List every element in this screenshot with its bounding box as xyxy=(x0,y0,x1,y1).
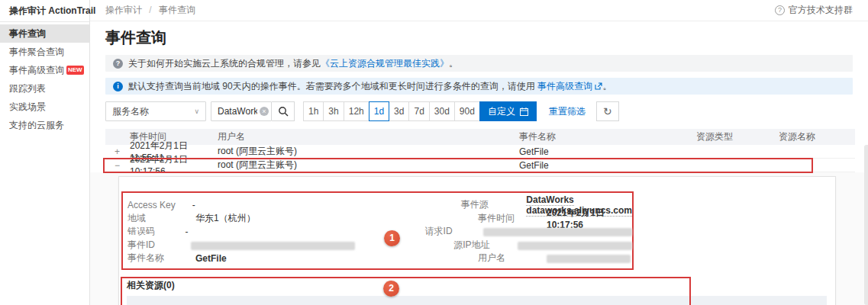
annotation-box-related xyxy=(121,277,691,305)
time-range-group: 1h 3h 12h 1d 3d 7d 30d 90d 自定义 xyxy=(304,101,537,121)
query-scope-notice-banner: i 默认支持查询当前地域 90天内的操作事件。若需要跨多个地域和更长时间进行多条… xyxy=(105,78,853,95)
col-header-event-name: 事件名称 xyxy=(519,130,696,143)
time-range-90d[interactable]: 90d xyxy=(454,101,480,121)
sidebar-item-practice-scenarios[interactable]: 实践场景 xyxy=(0,98,89,116)
page-title: 事件查询 xyxy=(90,21,868,55)
calendar-icon xyxy=(520,108,528,116)
support-group-link[interactable]: ? 官方技术支持群 xyxy=(775,4,853,17)
expand-plus-icon[interactable]: + xyxy=(105,146,130,157)
sidebar-item-trail-list[interactable]: 跟踪列表 xyxy=(0,79,89,98)
user-name-cell: root (阿里云主账号) xyxy=(218,145,519,158)
event-table: 事件时间 用户名 事件名称 资源类型 资源名称 + 2021年2月1日 11:5… xyxy=(105,129,855,172)
event-name-cell: GetFile xyxy=(519,146,696,157)
refresh-button[interactable]: ↻ xyxy=(596,101,619,121)
detail-label: 源IP地址 xyxy=(453,239,518,252)
time-range-7d[interactable]: 7d xyxy=(408,101,429,121)
annotation-badge-1: 1 xyxy=(384,230,400,246)
chevron-down-icon: ∨ xyxy=(194,108,199,115)
clear-input-icon[interactable]: × xyxy=(260,107,269,116)
sidebar-title: 操作审计 ActionTrail xyxy=(0,0,89,22)
event-table-header: 事件时间 用户名 事件名称 资源类型 资源名称 xyxy=(105,129,855,145)
compliance-best-practice-link[interactable]: 《云上资源合规管理最佳实践》 xyxy=(321,58,449,69)
custom-range-button[interactable]: 自定义 xyxy=(479,101,537,121)
filter-toolbar: 服务名称 ∨ × 1h 3h 12h 1d 3d 7d 30d 90d 自定义 xyxy=(105,101,853,121)
annotation-badge-2: 2 xyxy=(383,281,399,297)
support-group-label: 官方技术支持群 xyxy=(789,4,853,17)
info-circle-icon: i xyxy=(113,82,123,92)
sidebar: 操作审计 ActionTrail 事件查询 事件聚合查询 事件高级查询NEW 跟… xyxy=(0,0,90,305)
service-name-select-value: 服务名称 xyxy=(112,105,149,118)
external-link-icon xyxy=(595,82,602,90)
detail-label: 请求ID xyxy=(425,225,483,238)
search-icon xyxy=(278,106,289,117)
help-circle-icon: ? xyxy=(113,59,123,69)
detail-label: 事件时间 xyxy=(478,212,547,225)
reset-filters-link[interactable]: 重置筛选 xyxy=(549,105,586,118)
col-header-resource-name: 资源名称 xyxy=(779,130,855,143)
breadcrumb-current: 事件查询 xyxy=(159,5,195,15)
breadcrumb-parent[interactable]: 操作审计 xyxy=(105,5,142,15)
detail-label: Access Key xyxy=(123,200,192,210)
access-key-value: - xyxy=(192,200,461,210)
time-range-1d[interactable]: 1d xyxy=(369,101,389,121)
time-range-1h[interactable]: 1h xyxy=(303,101,324,121)
vertical-scrollbar-thumb[interactable] xyxy=(864,145,868,305)
time-range-30d[interactable]: 30d xyxy=(429,101,455,121)
event-detail-panel: Access Key - 事件源 DataWorks dataworks.ali… xyxy=(118,176,836,305)
refresh-icon: ↻ xyxy=(603,105,612,117)
region-value: 华东1（杭州） xyxy=(195,212,478,225)
new-badge: NEW xyxy=(66,66,84,75)
user-name-redacted xyxy=(547,255,631,263)
sidebar-item-event-aggregate-query[interactable]: 事件聚合查询 xyxy=(0,43,89,61)
detail-label: 错误码 xyxy=(123,225,186,238)
sidebar-nav: 事件查询 事件聚合查询 事件高级查询NEW 跟踪列表 实践场景 支持的云服务 xyxy=(0,22,89,134)
event-name-cell: GetFile xyxy=(519,160,696,171)
expanded-detail-area: Access Key - 事件源 DataWorks dataworks.ali… xyxy=(90,172,868,305)
event-name-value: GetFile xyxy=(195,253,478,264)
breadcrumb: 操作审计 / 事件查询 xyxy=(105,4,195,17)
time-range-12h[interactable]: 12h xyxy=(344,101,369,121)
collapse-minus-icon[interactable]: − xyxy=(105,160,130,171)
breadcrumb-separator: / xyxy=(149,5,151,15)
annotation-box-detail: Access Key - 事件源 DataWorks dataworks.ali… xyxy=(121,191,634,270)
detail-label: 地域 xyxy=(123,212,195,225)
advanced-query-link[interactable]: 事件高级查询 xyxy=(537,81,592,92)
detail-label: 用户名 xyxy=(478,252,547,265)
event-row-1[interactable]: + 2021年2月1日 11:55:11 root (阿里云主账号) GetFi… xyxy=(105,145,855,159)
sidebar-item-event-query[interactable]: 事件查询 xyxy=(0,24,89,43)
event-row-2-expanded[interactable]: − 2021年2月1日 10:17:56 root (阿里云主账号) GetFi… xyxy=(105,159,855,172)
search-button[interactable] xyxy=(272,101,295,121)
compliance-notice-text: 关于如何开始实施云上系统的合规管理，请参见《云上资源合规管理最佳实践》。 xyxy=(128,57,458,70)
question-circle-icon: ? xyxy=(775,5,785,15)
time-range-3d[interactable]: 3d xyxy=(389,101,409,121)
query-scope-notice-text: 默认支持查询当前地域 90天内的操作事件。若需要跨多个地域和更长时间进行多条件的… xyxy=(128,80,611,93)
col-header-resource-type: 资源类型 xyxy=(696,130,779,143)
sidebar-item-supported-services[interactable]: 支持的云服务 xyxy=(0,116,89,134)
service-name-select[interactable]: 服务名称 ∨ xyxy=(105,101,206,121)
detail-label: 事件ID xyxy=(123,239,191,252)
event-id-redacted xyxy=(191,242,355,250)
sidebar-item-event-advanced-query[interactable]: 事件高级查询NEW xyxy=(0,61,89,79)
actiontrail-console: 操作审计 ActionTrail 事件查询 事件聚合查询 事件高级查询NEW 跟… xyxy=(0,0,868,305)
detail-label: 事件源 xyxy=(461,198,527,211)
col-header-user-name: 用户名 xyxy=(218,130,519,143)
detail-label: 事件名称 xyxy=(123,252,195,265)
search-input-wrap: × xyxy=(211,101,272,121)
request-id-redacted xyxy=(483,228,632,236)
source-ip-redacted xyxy=(518,242,632,250)
main-content: 操作审计 / 事件查询 ? 官方技术支持群 事件查询 ? 关于如何开始实施云上系… xyxy=(90,0,868,305)
user-name-cell: root (阿里云主账号) xyxy=(218,159,519,172)
time-range-3h[interactable]: 3h xyxy=(323,101,344,121)
topbar: 操作审计 / 事件查询 ? 官方技术支持群 xyxy=(90,0,868,21)
compliance-notice-banner: ? 关于如何开始实施云上系统的合规管理，请参见《云上资源合规管理最佳实践》。 xyxy=(105,55,853,72)
